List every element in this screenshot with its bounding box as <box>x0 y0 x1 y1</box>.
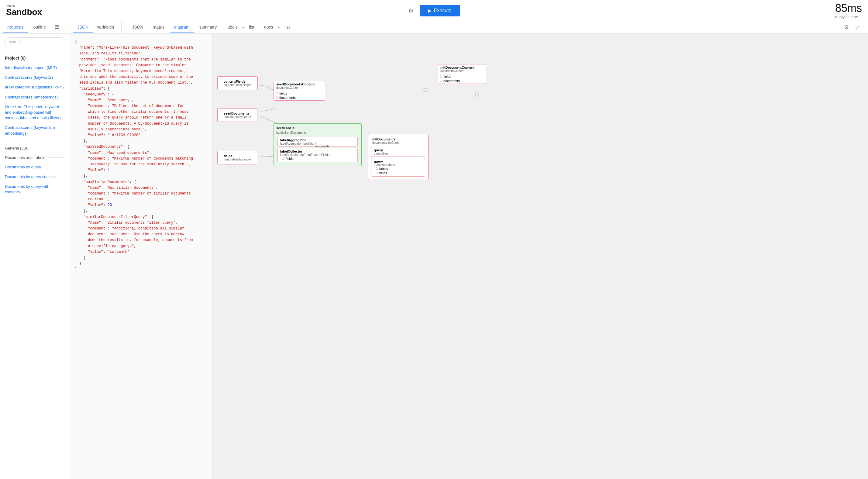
header: JSON Sandbox ⚙ ▶ Execute 85ms analysis t… <box>0 0 868 21</box>
sidebar-item-arxiv[interactable]: arXiv category suggestions (kNN) <box>0 82 70 92</box>
port-lc-fields: fields <box>280 156 355 161</box>
node-qfl-subtitle: query:forLabels <box>374 163 423 167</box>
port-label-qfl-labels: labels <box>379 167 388 171</box>
logo-bottom: Sandbox <box>6 8 42 17</box>
general-label: General (38) <box>5 146 27 150</box>
tab-docs-group[interactable]: docs ▸ list <box>260 22 294 33</box>
sidebar-item-documents-by-query[interactable]: Documents by query <box>0 162 70 172</box>
port-qfl-labels: labels <box>374 167 423 171</box>
documents-label-green: documents <box>315 145 330 148</box>
port-dot-mltdc-fields <box>440 76 442 78</box>
port-label-mltdc-docs: documents <box>443 79 460 83</box>
port-dot-qfl-fields <box>376 172 378 174</box>
search-input[interactable] <box>4 37 65 46</box>
node-lc-subtitle: labelCollector:topFromFeatureFields <box>280 153 355 156</box>
tab-docs-list[interactable]: list <box>281 22 294 33</box>
node-content-fields-title: contentFields <box>224 80 251 83</box>
port-label-qfl-fields: fields <box>379 171 387 175</box>
port-dot-mltdc-docs <box>440 80 442 82</box>
node-fields-header: fields featureFields:simple <box>221 153 253 162</box>
node-sd-subtitle: documents:byQuery <box>224 115 251 119</box>
tab-icon-list[interactable]: ☰ <box>51 21 62 33</box>
node-mlt-documents[interactable]: mltDocuments documents:byQuery query que… <box>368 134 429 180</box>
project-title: Project (6) <box>0 53 70 63</box>
sidebar-item-contrast-keywords-embeddings[interactable]: Contrast scores (keywords n embeddings) <box>0 123 70 138</box>
node-sdc-title: seedDocumentsContent <box>276 82 322 86</box>
port-sdc-documents: documents <box>274 95 325 100</box>
node-content-fields[interactable]: contentFields contentFields:simple <box>217 76 258 90</box>
tab-requests[interactable]: requests <box>3 22 28 33</box>
port-mltdc-fields: fields <box>438 74 486 79</box>
tab-variables[interactable]: variables <box>93 22 118 33</box>
node-mlt-document-content[interactable]: mltDocumentContent documentContent field… <box>438 64 486 84</box>
main: Project (6) Interdisciplinary papers (ML… <box>0 34 868 479</box>
node-query-for-labels[interactable]: query query:forLabels labels fields <box>371 158 425 177</box>
tab-labels-group[interactable]: labels ▸ list <box>222 22 259 33</box>
node-fields-subtitle: featureFields:simple <box>224 158 251 161</box>
sidebar-item-documents-by-query-contents[interactable]: Documents by query with contents <box>0 182 70 197</box>
code-panel: { "name": "More-Like-This document, keyw… <box>70 34 213 479</box>
port-dot-qfl-labels <box>376 168 378 170</box>
tab-labels[interactable]: labels <box>222 22 242 33</box>
port-label-mltdc-fields: fields <box>443 75 451 79</box>
node-sd-header: seedDocuments documents:byQuery <box>221 110 253 120</box>
node-content-fields-subtitle: contentFields:simple <box>224 83 251 87</box>
tab-labels-arrow: ▸ <box>243 26 244 29</box>
port-dot-lc-fields <box>282 157 284 160</box>
node-qf-title: query <box>374 148 423 152</box>
port-dot-sdc-docs <box>276 96 278 99</box>
port-label-lc-fields: fields <box>286 157 293 160</box>
node-lc-title: labelCollector <box>280 150 355 153</box>
tab-docs-arrow: ▸ <box>278 26 280 29</box>
node-fields[interactable]: fields featureFields:simple <box>217 151 257 164</box>
node-seed-documents[interactable]: seedDocuments documents:byQuery <box>217 108 257 122</box>
code-content: { "name": "More-Like-This document, keyw… <box>70 37 212 275</box>
tab-json[interactable]: JSON <box>73 22 93 33</box>
node-mlt-header: mltDocuments documents:byQuery <box>370 136 426 146</box>
node-mltdc-body: fields documents <box>438 74 486 84</box>
sidebar-item-documents-by-query-statistics[interactable]: Documents by query statistics <box>0 172 70 182</box>
tab-outline[interactable]: outline <box>29 22 50 33</box>
play-icon: ▶ <box>428 8 432 13</box>
logo: JSON Sandbox <box>6 5 42 17</box>
sidebar-item-mlt[interactable]: More-Like-This paper, keyword- and embed… <box>0 102 70 123</box>
execute-button[interactable]: ▶ Execute <box>420 5 460 17</box>
left-tabs: requests outline ☰ <box>0 21 70 33</box>
timing-ms: 85ms <box>835 2 862 14</box>
sidebar-content: Project (6) Interdisciplinary papers (ML… <box>0 50 70 479</box>
sidebar-divider <box>0 141 70 141</box>
sidebar: Project (6) Interdisciplinary papers (ML… <box>0 34 70 479</box>
sidebar-search-container <box>0 34 70 50</box>
tab-status[interactable]: status <box>149 22 169 33</box>
tabs-row: requests outline ☰ JSON variables JSON s… <box>0 21 868 34</box>
tab-json-right[interactable]: JSON <box>128 22 147 33</box>
tab-gear-icon[interactable]: ⚙ <box>842 22 851 33</box>
settings-button[interactable]: ⚙ <box>408 7 414 14</box>
tab-summary[interactable]: summary <box>195 22 221 33</box>
node-fields-title: fields <box>224 154 251 158</box>
sidebar-item-contrast-embeddings[interactable]: Contrast scores (embeddings) <box>0 92 70 102</box>
sidebar-item-interdisciplinary[interactable]: Interdisciplinary papers (MLT) <box>0 63 70 72</box>
diagram-canvas: contentFields contentFields:simple seedD… <box>213 34 868 479</box>
node-sdc-body: fields documents <box>274 91 325 100</box>
port-dot-sdc-fields <box>276 92 278 94</box>
tab-labels-list[interactable]: list <box>245 22 259 33</box>
node-query-filter[interactable]: query query:filter <box>371 147 425 157</box>
tab-diagram[interactable]: diagram <box>170 22 194 33</box>
node-seed-documents-content[interactable]: seedDocumentsContent documentContent fie… <box>274 81 325 100</box>
node-mltdc-title: mltDocumentContent <box>440 66 484 69</box>
node-qfl-title: query <box>374 159 423 163</box>
execute-label: Execute <box>434 8 452 13</box>
node-label-collector[interactable]: labelCollector labelCollector:topFromFea… <box>277 148 358 162</box>
node-mlt-title: mltDocuments <box>372 138 424 141</box>
sidebar-item-contrast-keywords[interactable]: Contrast scores (keywords) <box>0 72 70 82</box>
svg-point-1 <box>424 88 427 92</box>
node-seed-labels-label: seedLabels <box>276 126 359 130</box>
right-tabs: JSON status diagram summary labels ▸ lis… <box>122 22 868 33</box>
node-seed-labels-subtitle: labels:fromDocuments <box>276 131 359 134</box>
docs-labels-label: Documents and Labels <box>5 155 45 160</box>
diagram-panel: contentFields contentFields:simple seedD… <box>213 34 868 479</box>
tab-expand-icon[interactable]: ⤢ <box>852 22 862 33</box>
tab-docs[interactable]: docs <box>260 22 277 33</box>
node-content-fields-header: contentFields contentFields:simple <box>221 79 254 88</box>
